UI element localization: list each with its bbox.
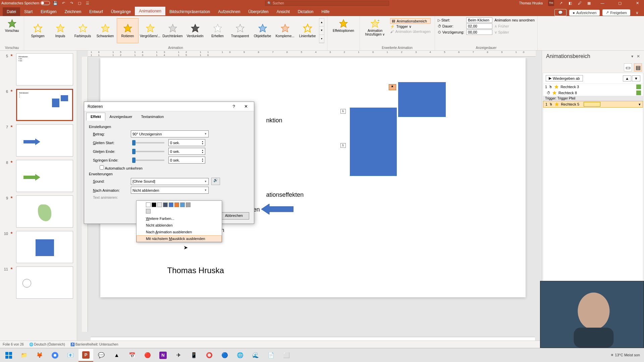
- anim-item-1[interactable]: ⏱ Rechteck 8: [543, 90, 643, 96]
- avatar[interactable]: TH: [548, 0, 554, 6]
- slide-thumb-11[interactable]: [16, 266, 73, 299]
- animation-pane-button[interactable]: ▤ Animationsbereich: [390, 18, 430, 24]
- app-icon[interactable]: 🔵: [217, 349, 232, 362]
- add-animation-button[interactable]: + Animation hinzufügen ∨: [363, 17, 388, 38]
- autosave-toggle[interactable]: Automatisches Speichern: [1, 1, 50, 5]
- tab-uebergaenge[interactable]: Übergänge: [107, 7, 135, 16]
- more-colors-item[interactable]: Weitere Farben...: [137, 215, 222, 222]
- effect-options-button[interactable]: Effektoptionen: [330, 17, 357, 34]
- hide-after-item[interactable]: Nach Animation ausblenden: [137, 229, 222, 235]
- anim-rotieren[interactable]: Rotieren: [117, 18, 139, 43]
- cancel-button[interactable]: Abbrechen: [219, 212, 249, 220]
- anim-erhellen[interactable]: Erhellen: [207, 18, 228, 43]
- dont-dim-item[interactable]: Nicht abblenden: [137, 222, 222, 229]
- tab-zeichnen[interactable]: Zeichnen: [61, 7, 85, 16]
- slide-thumb-6[interactable]: Animationen••: [16, 89, 73, 121]
- color-swatch[interactable]: [152, 202, 156, 207]
- anim-linienfarbe[interactable]: Linienfarbe: [297, 18, 318, 43]
- move-down-button[interactable]: ▼: [632, 75, 640, 81]
- slideshow-icon[interactable]: ▢: [77, 0, 82, 6]
- app-icon[interactable]: 🌐: [233, 349, 248, 362]
- color-swatch[interactable]: [180, 202, 185, 207]
- slide-thumb-8[interactable]: [16, 160, 73, 192]
- language-indicator[interactable]: 🌐 Deutsch (Österreich): [29, 343, 65, 346]
- slide-thumb-7[interactable]: [16, 124, 73, 157]
- dialog-tab-effekt[interactable]: Effekt: [86, 113, 105, 121]
- share-button[interactable]: ↗ Freigeben: [602, 9, 630, 16]
- after-anim-combo[interactable]: Nicht abblenden▼: [131, 187, 209, 194]
- tab-dictation[interactable]: Dictation: [294, 7, 318, 16]
- pane-close[interactable]: ✕: [637, 54, 640, 59]
- tb-icon3[interactable]: 🖊: [577, 0, 582, 6]
- sound-combo[interactable]: [Ohne Sound]▼: [131, 178, 209, 185]
- slide-thumbnails-panel[interactable]: 5★Animationen• xxx• xxx 6★Animationen•• …: [0, 51, 77, 352]
- powerpoint-icon[interactable]: P: [78, 349, 93, 362]
- tab-hilfe[interactable]: Hilfe: [317, 7, 333, 16]
- app-icon[interactable]: 🔴: [140, 349, 155, 362]
- springen-ende-spinner[interactable]: 0 sek.▲▼: [168, 157, 205, 164]
- comments-button[interactable]: 💬: [554, 9, 567, 16]
- anim-objektfarbe[interactable]: Objektfarbe: [252, 18, 273, 43]
- color-swatch[interactable]: [186, 202, 191, 207]
- color-swatch[interactable]: [163, 202, 168, 207]
- slide-thumb-9[interactable]: [16, 195, 73, 228]
- save-icon[interactable]: 💾: [53, 0, 58, 6]
- color-swatch[interactable]: [146, 202, 151, 207]
- app-icon[interactable]: 📅: [125, 349, 140, 362]
- start-button[interactable]: [1, 349, 16, 362]
- gleiten-start-spinner[interactable]: 0 sek.▲▼: [168, 139, 205, 146]
- shape-rechteck-3[interactable]: [398, 82, 446, 117]
- springen-ende-slider[interactable]: [132, 160, 164, 161]
- minimize-button[interactable]: —: [596, 0, 609, 6]
- gleiten-ende-spinner[interactable]: 0 sek.▲▼: [168, 148, 205, 155]
- tb-icon1[interactable]: ↗: [558, 0, 564, 6]
- vlc-icon[interactable]: ▲: [109, 349, 124, 362]
- telegram-icon[interactable]: ✈: [171, 349, 186, 362]
- edge-icon[interactable]: 🌊: [248, 349, 263, 362]
- color-swatch[interactable]: [157, 202, 162, 207]
- dialog-tab-anzeigedauer[interactable]: Anzeigedauer: [105, 113, 137, 121]
- tab-ueberpruefen[interactable]: Überprüfen: [244, 7, 272, 16]
- color-swatch[interactable]: [169, 202, 173, 207]
- tab-entwurf[interactable]: Entwurf: [85, 7, 107, 16]
- explorer-icon[interactable]: 📁: [17, 349, 32, 362]
- pane-view-timeline[interactable]: ▤: [634, 63, 642, 71]
- obs-icon[interactable]: ⭕: [202, 349, 217, 362]
- duration-input[interactable]: 02,00: [466, 23, 492, 29]
- tab-aufzeichnen[interactable]: Aufzeichnen: [214, 7, 244, 16]
- anim-item-0[interactable]: 1🖱 Rechteck 3: [543, 84, 643, 90]
- touch-icon[interactable]: ☰: [85, 0, 90, 6]
- anim-vergroessern[interactable]: Vergrößern/...: [139, 18, 161, 43]
- tab-einfuegen[interactable]: Einfügen: [37, 7, 60, 16]
- anim-item-trigger[interactable]: 1🖱 Rechteck 5 ▾: [543, 101, 643, 108]
- weather-widget[interactable]: ☀ 13°C Meist son: [610, 353, 640, 357]
- app-icon[interactable]: 📱: [186, 349, 201, 362]
- search-input[interactable]: 🔍Suchen: [265, 1, 389, 6]
- close-button[interactable]: ✕: [631, 0, 644, 6]
- pane-view-list[interactable]: ▭: [624, 63, 632, 71]
- play-from-button[interactable]: ▶ Wiedergeben ab: [546, 75, 583, 81]
- onenote-icon[interactable]: N: [156, 349, 170, 362]
- tab-ansicht[interactable]: Ansicht: [272, 7, 293, 16]
- firefox-icon[interactable]: 🦊: [32, 349, 47, 362]
- outlook-icon[interactable]: 📧: [63, 349, 78, 362]
- gleiten-ende-slider[interactable]: [132, 151, 164, 152]
- auto-reverse-checkbox[interactable]: Automatisch umkehren: [100, 165, 143, 170]
- gallery-scroll[interactable]: ▲▼▾: [319, 18, 324, 43]
- trigger-button[interactable]: ⚡ Trigger ∨: [390, 24, 430, 29]
- slide-thumb-5[interactable]: Animationen• xxx• xxx: [16, 53, 73, 85]
- gleiten-start-slider[interactable]: [132, 142, 164, 143]
- hide-click-item[interactable]: Mit nächstem Mausklick ausblenden: [137, 235, 222, 242]
- anim-impuls[interactable]: Impuls: [49, 18, 71, 43]
- betrag-combo[interactable]: 90° Uhrzeigersinn▼: [131, 130, 209, 137]
- redo-icon[interactable]: ↷: [69, 0, 74, 6]
- slide-thumb-10[interactable]: [16, 231, 73, 263]
- anim-transparent[interactable]: Transparent: [229, 18, 251, 43]
- tab-start[interactable]: Start: [20, 7, 37, 16]
- tb-icon2[interactable]: ◧: [568, 0, 573, 6]
- app-icon[interactable]: 💬: [94, 349, 109, 362]
- anim-springen[interactable]: Springen: [27, 18, 49, 43]
- anim-kompleme[interactable]: Kompleme...: [274, 18, 296, 43]
- accessibility-check[interactable]: ♿ Barrierefreiheit: Untersuchen: [70, 343, 118, 346]
- ribbon-collapse[interactable]: ∨: [633, 10, 641, 15]
